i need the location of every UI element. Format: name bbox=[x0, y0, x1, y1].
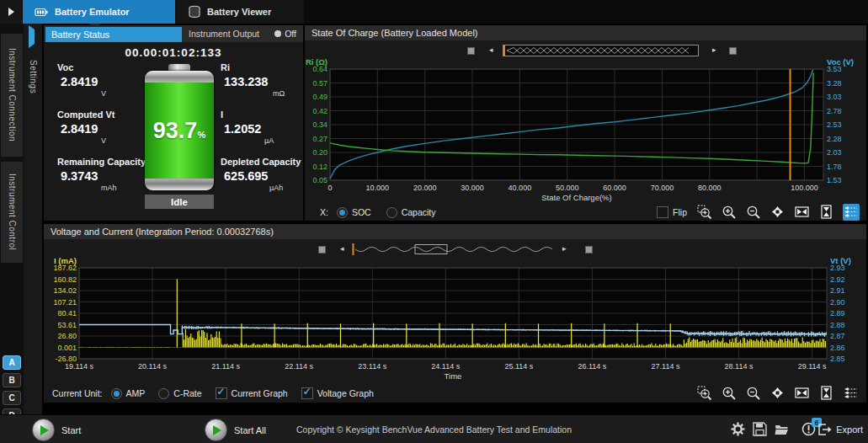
track-latest-button[interactable] bbox=[843, 204, 860, 221]
zoom-in-button[interactable] bbox=[721, 385, 738, 402]
svg-text:Voc (V): Voc (V) bbox=[827, 57, 854, 67]
svg-text:21.114 s: 21.114 s bbox=[211, 362, 240, 371]
zoom-out-icon bbox=[746, 205, 761, 220]
battery-viewer-icon bbox=[188, 5, 201, 19]
scrollbar-page-right-button[interactable] bbox=[729, 47, 737, 55]
voltage-graph-checkbox[interactable] bbox=[301, 387, 313, 399]
elapsed-time: 00.00:01:02:133 bbox=[44, 46, 303, 59]
instrument-output-toggle[interactable]: Off bbox=[274, 29, 296, 39]
radio-c-rate[interactable] bbox=[158, 388, 169, 399]
alerts-button[interactable]: 6 bbox=[801, 422, 816, 436]
battery-status-tab[interactable]: Battery Status bbox=[45, 27, 182, 42]
svg-text:10.000: 10.000 bbox=[366, 184, 390, 192]
channel-button-c[interactable]: C bbox=[3, 391, 21, 405]
svg-text:24.114 s: 24.114 s bbox=[431, 362, 460, 371]
scrollbar-page-right-button[interactable] bbox=[585, 246, 593, 254]
svg-text:27.114 s: 27.114 s bbox=[652, 362, 680, 371]
scrollbar-step-left-button[interactable]: ◂ bbox=[489, 45, 493, 55]
radio-amp[interactable] bbox=[111, 388, 122, 399]
tab-label: Battery Emulator bbox=[55, 7, 130, 17]
scrollbar-step-right-button[interactable]: ▸ bbox=[712, 45, 716, 55]
zoom-region-button[interactable] bbox=[696, 204, 713, 221]
zoom-in-button[interactable] bbox=[721, 204, 738, 221]
fit-all-button[interactable] bbox=[769, 385, 786, 402]
svg-text:80.000: 80.000 bbox=[698, 184, 722, 192]
soc-chart-canvas[interactable]: 0.640.570.490.420.340.270.200.120.053.53… bbox=[305, 57, 866, 204]
svg-text:134.02: 134.02 bbox=[53, 286, 77, 295]
zoom-out-button[interactable] bbox=[745, 204, 762, 221]
sidebar-item-instrument-control[interactable]: Instrument Control bbox=[1, 162, 23, 263]
track-latest-button[interactable] bbox=[843, 385, 860, 402]
settings-gear-button[interactable] bbox=[731, 422, 745, 436]
soc-panel-title: State Of Charge (Battery Loaded Model) bbox=[312, 28, 478, 38]
export-button[interactable]: Export bbox=[817, 422, 863, 436]
output-state-icon bbox=[274, 30, 281, 37]
fit-horizontal-button[interactable] bbox=[794, 204, 811, 221]
fit-vertical-icon bbox=[819, 386, 834, 401]
track-latest-icon bbox=[844, 205, 859, 220]
fit-all-icon bbox=[770, 386, 785, 401]
vi-chart-canvas[interactable]: 187.62160.82134.02107.2180.4153.6126.800… bbox=[44, 256, 866, 384]
svg-text:2.92: 2.92 bbox=[830, 275, 845, 284]
instrument-output-label: Instrument Output bbox=[189, 29, 259, 39]
svg-text:20.114 s: 20.114 s bbox=[138, 362, 167, 371]
vi-scroll-row: ◂ ▸ bbox=[44, 241, 866, 256]
fit-vertical-button[interactable] bbox=[818, 204, 835, 221]
svg-text:0: 0 bbox=[327, 184, 332, 192]
svg-text:53.61: 53.61 bbox=[57, 321, 77, 329]
svg-text:I (mA): I (mA) bbox=[54, 256, 77, 265]
zoom-region-button[interactable] bbox=[696, 385, 713, 402]
svg-text:50.000: 50.000 bbox=[556, 184, 579, 192]
svg-text:1.78: 1.78 bbox=[827, 163, 842, 171]
svg-text:19.114 s: 19.114 s bbox=[65, 362, 93, 371]
svg-text:22.114 s: 22.114 s bbox=[285, 362, 313, 371]
svg-text:70.000: 70.000 bbox=[651, 184, 674, 192]
svg-text:2.87: 2.87 bbox=[830, 332, 845, 340]
svg-text:3.28: 3.28 bbox=[827, 79, 842, 88]
channel-button-a[interactable]: A bbox=[3, 355, 21, 370]
svg-text:2.90: 2.90 bbox=[830, 298, 845, 307]
flip-checkbox[interactable] bbox=[657, 206, 668, 218]
svg-text:0.49: 0.49 bbox=[312, 93, 327, 101]
svg-text:2.03: 2.03 bbox=[827, 148, 842, 157]
svg-text:2.88: 2.88 bbox=[830, 321, 845, 329]
battery-status-header: Battery Status Instrument Output Off bbox=[44, 25, 303, 42]
svg-text:0.27: 0.27 bbox=[312, 135, 327, 143]
sidebar-expander-button[interactable] bbox=[0, 0, 22, 24]
radio-capacity[interactable] bbox=[386, 207, 397, 218]
flip-label: Flip bbox=[673, 207, 687, 217]
vi-controls-row: Current Unit: AMP C-Rate Current Graph V… bbox=[44, 384, 866, 403]
svg-text:25.114 s: 25.114 s bbox=[504, 362, 533, 371]
svg-text:Time: Time bbox=[445, 371, 462, 381]
scrollbar-page-left-button[interactable] bbox=[467, 47, 475, 55]
fit-all-icon bbox=[770, 205, 785, 220]
x-axis-mode-label: X: bbox=[320, 207, 328, 217]
channel-button-b[interactable]: B bbox=[3, 373, 21, 387]
tab-settings[interactable]: Settings bbox=[24, 44, 42, 109]
tab-battery-viewer[interactable]: Battery Viewer bbox=[176, 0, 304, 24]
svg-text:80.41: 80.41 bbox=[57, 309, 77, 318]
save-button[interactable] bbox=[753, 422, 767, 436]
svg-text:20.000: 20.000 bbox=[413, 184, 437, 192]
radio-soc[interactable] bbox=[337, 207, 348, 218]
soc-chart-scrollbar[interactable] bbox=[503, 44, 699, 57]
fit-horizontal-button[interactable] bbox=[794, 385, 811, 402]
scrollbar-page-left-button[interactable] bbox=[318, 246, 326, 254]
vi-chart-scrollbar[interactable] bbox=[352, 243, 557, 256]
fit-vertical-button[interactable] bbox=[818, 385, 835, 402]
settings-expander-icon[interactable] bbox=[29, 29, 35, 45]
zoom-out-button[interactable] bbox=[745, 385, 762, 402]
svg-text:0.12: 0.12 bbox=[312, 163, 327, 171]
soc-percentage: 93.7% bbox=[153, 118, 205, 144]
fit-horizontal-icon bbox=[795, 205, 810, 220]
current-graph-checkbox[interactable] bbox=[216, 387, 227, 399]
tab-battery-emulator[interactable]: Battery Emulator bbox=[23, 0, 175, 24]
svg-text:107.21: 107.21 bbox=[53, 298, 77, 307]
scrollbar-step-right-button[interactable]: ▸ bbox=[562, 243, 567, 254]
svg-text:2.53: 2.53 bbox=[827, 120, 842, 129]
voltage-current-panel: Voltage and Current (Integration Period:… bbox=[44, 224, 866, 403]
open-folder-button[interactable] bbox=[775, 422, 789, 436]
sidebar-item-instrument-connection[interactable]: Instrument Connection bbox=[1, 34, 23, 157]
scrollbar-step-left-button[interactable]: ◂ bbox=[340, 243, 344, 254]
fit-all-button[interactable] bbox=[769, 204, 786, 221]
